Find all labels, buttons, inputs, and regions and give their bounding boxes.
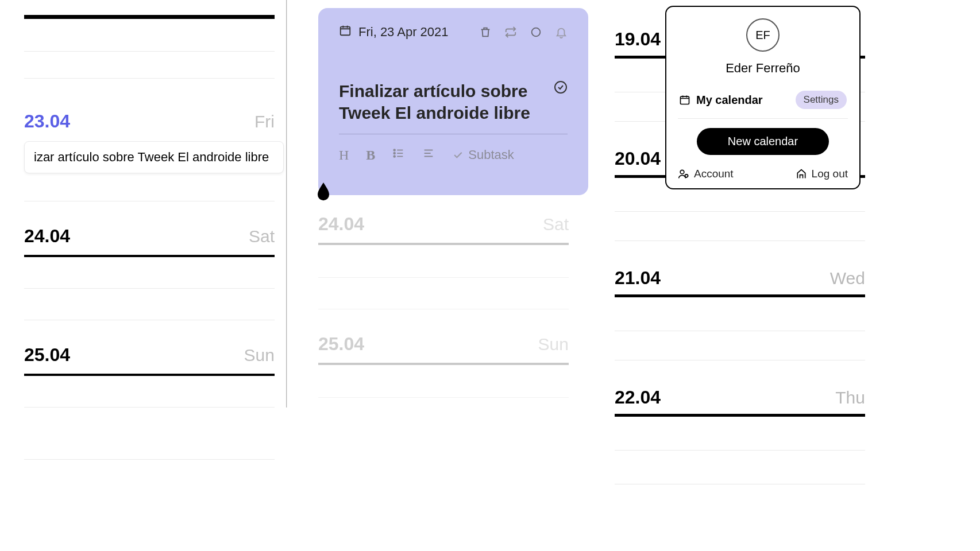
delete-icon[interactable] (479, 26, 492, 38)
divider-line (24, 320, 275, 320)
svg-rect-0 (341, 27, 350, 36)
day-date: 21.04 (615, 267, 661, 289)
divider-thick (318, 243, 569, 245)
new-calendar-label: New calendar (728, 135, 798, 148)
circle-icon[interactable] (530, 26, 542, 38)
day-header-sat-faded[interactable]: 24.04 Sat (318, 214, 569, 235)
divider-thick (615, 414, 865, 417)
divider-line (24, 78, 275, 79)
editor-date-label: Fri, 23 Apr 2021 (358, 25, 449, 40)
account-button[interactable]: Account (678, 168, 734, 180)
avatar-initials: EF (755, 29, 770, 42)
task-editor: Fri, 23 Apr 2021 (318, 8, 588, 195)
divider-line (615, 484, 865, 484)
day-date: 22.04 (615, 387, 661, 408)
day-date: 24.04 (24, 226, 70, 247)
new-calendar-button[interactable]: New calendar (697, 128, 829, 155)
svg-point-5 (394, 156, 396, 157)
divider-line (318, 277, 569, 278)
divider-line (24, 51, 275, 52)
divider-line (24, 459, 275, 460)
avatar[interactable]: EF (746, 18, 780, 52)
left-column: 23.04 Fri izar artículo sobre Tweek El a… (11, 0, 293, 484)
day-header-sun-faded[interactable]: 25.04 Sun (318, 333, 569, 355)
svg-point-8 (685, 174, 688, 177)
repeat-icon[interactable] (504, 26, 517, 38)
divider-thick (615, 294, 865, 297)
divider-line (615, 240, 865, 241)
divider-line (24, 407, 275, 408)
bell-icon[interactable] (555, 26, 568, 38)
divider-line (615, 360, 865, 360)
svg-point-2 (555, 82, 566, 93)
divider-thick (24, 15, 275, 19)
day-date: 24.04 (318, 214, 364, 235)
subtask-label: Subtask (468, 148, 514, 162)
editor-title[interactable]: Finalizar artículo sobre Tweek El androi… (339, 80, 534, 123)
popover-separator (678, 118, 848, 119)
day-header-saturday[interactable]: 24.04 Sat (24, 226, 275, 247)
divider-line (615, 211, 865, 212)
logout-label: Log out (812, 168, 848, 180)
day-name: Sat (249, 227, 275, 246)
profile-popover: EF Eder Ferreño My calendar Settings New… (665, 6, 861, 189)
drop-icon[interactable] (315, 181, 332, 200)
divider-line (615, 450, 865, 451)
complete-icon[interactable] (554, 80, 568, 96)
day-name: Sun (538, 335, 569, 354)
divider-thick (318, 363, 569, 365)
day-date: 25.04 (318, 333, 364, 355)
day-header-21[interactable]: 21.04 Wed (615, 267, 865, 289)
day-header-friday[interactable]: 23.04 Fri (24, 111, 275, 132)
settings-button[interactable]: Settings (796, 91, 847, 109)
column-divider (286, 0, 287, 408)
svg-point-4 (394, 153, 396, 154)
day-name: Sat (543, 215, 569, 234)
calendar-icon[interactable] (339, 24, 352, 40)
svg-point-1 (532, 28, 541, 37)
day-name: Fri (254, 112, 275, 131)
day-name: Thu (835, 388, 865, 408)
day-date: 23.04 (24, 111, 70, 132)
task-card[interactable]: izar artículo sobre Tweek El androide li… (24, 141, 284, 173)
svg-point-7 (680, 170, 684, 174)
day-header-sunday[interactable]: 25.04 Sun (24, 344, 275, 366)
day-name: Sun (244, 346, 275, 365)
divider-thick (24, 374, 275, 376)
divider-line (24, 288, 275, 289)
task-text: izar artículo sobre Tweek El androide li… (34, 150, 269, 164)
svg-point-3 (394, 149, 396, 151)
bullet-list-button[interactable] (392, 147, 405, 163)
format-toolbar: H B Subtask (339, 147, 568, 163)
day-date: 20.04 (615, 148, 661, 169)
my-calendar-label: My calendar (696, 94, 763, 107)
heading-format-button[interactable]: H (339, 148, 349, 163)
profile-name: Eder Ferreño (678, 61, 848, 76)
day-date: 19.04 (615, 29, 661, 50)
svg-rect-6 (681, 96, 689, 104)
account-label: Account (694, 168, 734, 180)
my-calendar-item[interactable]: My calendar (679, 94, 763, 107)
align-button[interactable] (422, 147, 435, 163)
middle-column: Fri, 23 Apr 2021 (310, 0, 592, 484)
editor-separator (339, 134, 568, 134)
divider-line (24, 201, 275, 201)
subtask-button[interactable]: Subtask (452, 148, 514, 162)
divider-line (318, 397, 569, 398)
divider-line (615, 331, 865, 331)
settings-label: Settings (804, 94, 839, 105)
divider-line (318, 309, 569, 309)
bold-format-button[interactable]: B (366, 148, 375, 163)
logout-button[interactable]: Log out (796, 168, 848, 180)
day-header-22[interactable]: 22.04 Thu (615, 387, 865, 408)
divider-thick (24, 255, 275, 257)
day-date: 25.04 (24, 344, 70, 366)
day-name: Wed (830, 269, 865, 288)
